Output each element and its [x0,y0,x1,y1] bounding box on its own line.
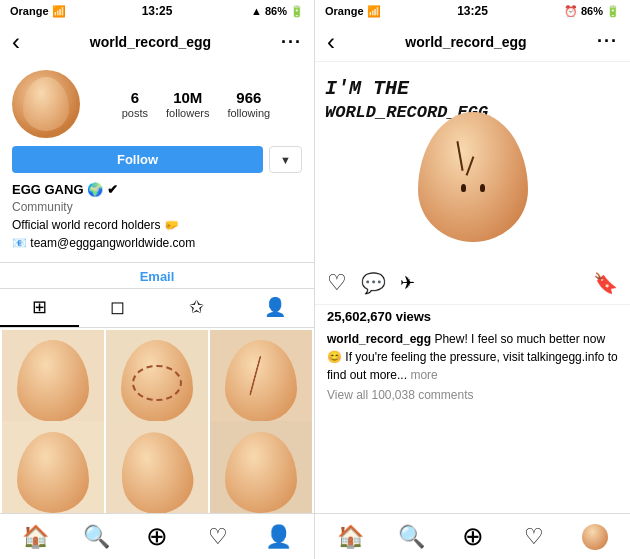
grid-item-1[interactable] [2,330,104,432]
search-icon-left: 🔍 [83,524,110,550]
header-left: ‹ world_record_egg ··· [0,22,314,62]
grid-item-3[interactable] [210,330,312,432]
grid-item-4[interactable] [2,421,104,513]
post-views: 25,602,670 views [315,305,630,328]
share-button[interactable]: ✈ [400,272,415,294]
nav-add-right[interactable]: ⊕ [442,514,503,559]
bio-name: EGG GANG 🌍 ✔ [12,181,302,199]
profile-stats: 6 posts 10M followers 966 following [90,89,302,119]
eye-right [480,184,485,192]
nav-profile-right[interactable] [564,514,625,559]
egg-2 [121,340,192,422]
wifi-icon-right: 📶 [367,5,381,18]
tab-people[interactable]: 👤 [236,289,315,327]
egg-4 [17,432,88,513]
posts-count: 6 [131,89,139,106]
bottom-nav-right: 🏠 🔍 ⊕ ♡ [315,513,630,559]
back-button-left[interactable]: ‹ [12,28,20,56]
caption-username[interactable]: world_record_egg [327,332,431,346]
avatar [12,70,80,138]
post-title-line1: I'm The [325,76,488,102]
home-icon-left: 🏠 [22,524,49,550]
nav-activity-right[interactable]: ♡ [503,514,564,559]
battery-icon-right: 🔋 [606,5,620,18]
eye-left [461,184,466,192]
battery-left: 86% [265,5,287,17]
battery-right: 86% [581,5,603,17]
list-icon: ◻ [110,296,125,318]
grid-item-5[interactable] [106,421,208,513]
more-button-right[interactable]: ··· [597,31,618,52]
time-left: 13:25 [142,4,173,18]
profile-username-right: world_record_egg [405,34,526,50]
follow-button[interactable]: Follow [12,146,263,173]
bottom-nav-left: 🏠 🔍 ⊕ ♡ 👤 [0,513,314,559]
stat-following: 966 following [227,89,270,119]
email-link[interactable]: Email [0,262,314,288]
nav-add-left[interactable]: ⊕ [127,514,188,559]
add-icon-left: ⊕ [146,521,168,552]
save-button[interactable]: 🔖 [593,271,618,295]
nav-search-right[interactable]: 🔍 [381,514,442,559]
nav-search-left[interactable]: 🔍 [66,514,127,559]
tag-icon: ✩ [189,296,204,318]
egg-6 [225,432,296,513]
comment-button[interactable]: 💬 [361,271,386,295]
following-label: following [227,107,270,119]
grid-item-6[interactable] [210,421,312,513]
nav-home-right[interactable]: 🏠 [320,514,381,559]
bio-section: EGG GANG 🌍 ✔ Community Official world re… [0,179,314,258]
egg-1 [17,340,88,422]
grid-item-2[interactable] [106,330,208,432]
avatar-egg [23,77,69,131]
profile-actions: Follow ▼ [0,146,314,179]
like-button[interactable]: ♡ [327,270,347,296]
post-actions: ♡ 💬 ✈ 🔖 [315,262,630,305]
bio-category: Community [12,199,302,216]
egg-5 [115,426,199,513]
time-right: 13:25 [457,4,488,18]
nav-activity-left[interactable]: ♡ [187,514,248,559]
dropdown-button[interactable]: ▼ [269,146,302,173]
egg-3 [225,340,296,422]
back-button-right[interactable]: ‹ [327,28,335,56]
carrier-left: Orange [10,5,49,17]
profile-section: 6 posts 10M followers 966 following [0,62,314,146]
stat-followers: 10M followers [166,89,209,119]
wifi-icon: 📶 [52,5,66,18]
status-bar-left: Orange 📶 13:25 ▲ 86% 🔋 [0,0,314,22]
status-bar-right: Orange 📶 13:25 ⏰ 86% 🔋 [315,0,630,22]
carrier-right: Orange [325,5,364,17]
search-icon-right: 🔍 [398,524,425,550]
bio-email: 📧 team@egggangworldwide.com [12,234,302,252]
post-egg-eyes [461,184,485,192]
bio-description: Official world record holders 🤛 [12,216,302,234]
post-caption: world_record_egg Phew! I feel so much be… [315,328,630,386]
more-label[interactable]: more [410,368,437,382]
profile-username-left: world_record_egg [90,34,211,50]
person-icon: 👤 [264,296,286,318]
followers-label: followers [166,107,209,119]
left-panel: Orange 📶 13:25 ▲ 86% 🔋 ‹ world_record_eg… [0,0,315,559]
followers-count: 10M [173,89,202,106]
email-icon: 📧 [12,236,27,250]
add-icon-right: ⊕ [462,521,484,552]
tab-tagged[interactable]: ✩ [157,289,236,327]
profile-avatar-right [582,524,608,550]
tab-list[interactable]: ◻ [79,289,158,327]
comments-link[interactable]: View all 100,038 comments [315,386,630,404]
email-address: team@egggangworldwide.com [30,236,195,250]
post-egg-body [418,112,528,242]
nav-profile-left[interactable]: 👤 [248,514,309,559]
header-right: ‹ world_record_egg ··· [315,22,630,62]
tab-grid[interactable]: ⊞ [0,289,79,327]
stat-posts: 6 posts [122,89,148,119]
post-image: I'm The WoRLD_ReCoRD_eGG [315,62,630,262]
more-button-left[interactable]: ··· [281,32,302,53]
post-egg [408,107,538,247]
right-panel: Orange 📶 13:25 ⏰ 86% 🔋 ‹ world_record_eg… [315,0,630,559]
heart-icon-right: ♡ [524,524,544,550]
profile-icon-left: 👤 [265,524,292,550]
nav-home-left[interactable]: 🏠 [5,514,66,559]
tabs-bar: ⊞ ◻ ✩ 👤 [0,288,314,328]
